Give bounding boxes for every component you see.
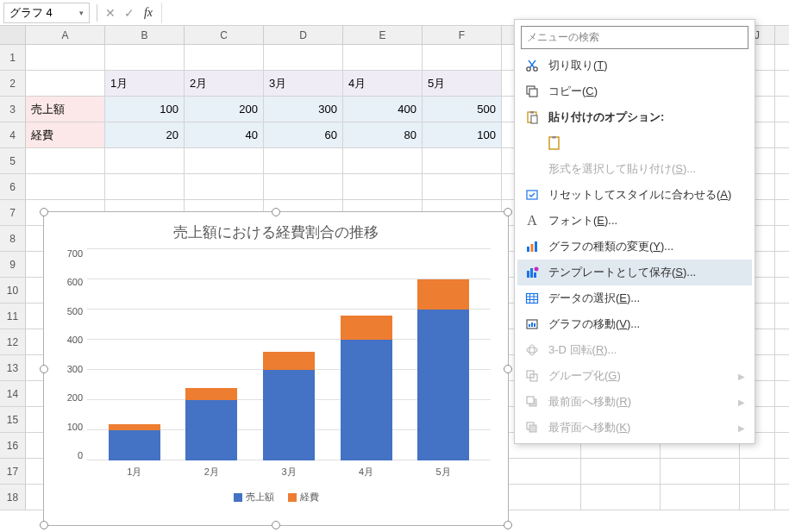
cell[interactable]: [264, 45, 343, 70]
cell[interactable]: [105, 45, 185, 70]
resize-handle[interactable]: [504, 365, 512, 373]
bar-group[interactable]: [109, 424, 160, 460]
row-header[interactable]: 15: [0, 407, 26, 432]
bar-segment[interactable]: [185, 388, 237, 400]
menu-item[interactable]: リセットしてスタイルに合わせる(A): [517, 182, 752, 208]
bar-segment[interactable]: [263, 352, 315, 370]
resize-handle[interactable]: [40, 365, 48, 373]
name-box[interactable]: グラフ 4 ▾: [3, 3, 90, 23]
cell[interactable]: [26, 174, 105, 199]
row-header[interactable]: 10: [0, 278, 26, 303]
row-header[interactable]: 11: [0, 304, 26, 329]
row-header[interactable]: 6: [0, 174, 26, 199]
select-all-corner[interactable]: [0, 26, 26, 44]
resize-handle[interactable]: [40, 208, 48, 216]
menu-item[interactable]: コピー(C): [517, 78, 752, 104]
column-header[interactable]: E: [343, 26, 423, 44]
cell[interactable]: 5月: [423, 71, 502, 96]
bar-group[interactable]: [341, 316, 392, 460]
cell[interactable]: 300: [264, 97, 343, 122]
cell[interactable]: 60: [264, 122, 343, 147]
cell[interactable]: 100: [423, 122, 502, 147]
cell[interactable]: [26, 148, 105, 173]
bar-segment[interactable]: [417, 310, 469, 460]
menu-item[interactable]: グラフの移動(V)...: [517, 311, 752, 337]
cell[interactable]: 400: [343, 97, 423, 122]
resize-handle[interactable]: [272, 521, 280, 529]
row-header[interactable]: 3: [0, 97, 26, 122]
chevron-down-icon[interactable]: ▾: [79, 9, 84, 17]
bar-segment[interactable]: [263, 370, 315, 460]
menu-item[interactable]: テンプレートとして保存(S)...: [517, 260, 752, 285]
chart-object[interactable]: 売上額における経費割合の推移 0100200300400500600700 1月…: [43, 211, 509, 526]
row-header[interactable]: 13: [0, 355, 26, 380]
cell[interactable]: [105, 174, 185, 199]
column-header[interactable]: B: [105, 26, 185, 44]
legend-item[interactable]: 経費: [288, 491, 319, 504]
cell[interactable]: 40: [185, 122, 264, 147]
row-header[interactable]: 7: [0, 200, 26, 225]
bar-segment[interactable]: [341, 340, 392, 460]
cell[interactable]: [105, 148, 185, 173]
cell[interactable]: [581, 459, 661, 484]
cell[interactable]: [502, 459, 581, 484]
menu-item[interactable]: データの選択(E)...: [517, 285, 752, 311]
row-header[interactable]: 4: [0, 122, 26, 147]
chart-title[interactable]: 売上額における経費割合の推移: [44, 212, 508, 249]
cell[interactable]: [343, 45, 423, 70]
cell[interactable]: 80: [343, 122, 423, 147]
cell[interactable]: [661, 459, 740, 484]
row-header[interactable]: 2: [0, 71, 26, 96]
row-header[interactable]: 16: [0, 433, 26, 458]
cell[interactable]: [185, 148, 264, 173]
resize-handle[interactable]: [272, 208, 280, 216]
cell[interactable]: [740, 459, 775, 484]
cell[interactable]: [502, 485, 581, 510]
resize-handle[interactable]: [504, 521, 512, 529]
cell[interactable]: [423, 174, 502, 199]
cell[interactable]: 20: [105, 122, 185, 147]
cell[interactable]: [740, 485, 775, 510]
cell[interactable]: [264, 148, 343, 173]
cell[interactable]: [264, 174, 343, 199]
cell[interactable]: [423, 148, 502, 173]
row-header[interactable]: 5: [0, 148, 26, 173]
bar-group[interactable]: [417, 279, 469, 460]
cell[interactable]: [581, 485, 661, 510]
resize-handle[interactable]: [40, 521, 48, 529]
column-header[interactable]: D: [264, 26, 343, 44]
cell[interactable]: 経費: [26, 122, 105, 147]
cell[interactable]: 3月: [264, 71, 343, 96]
row-header[interactable]: 8: [0, 226, 26, 251]
cell[interactable]: 2月: [185, 71, 264, 96]
cell[interactable]: [343, 148, 423, 173]
menu-search-input[interactable]: メニューの検索: [521, 26, 748, 49]
column-header[interactable]: C: [185, 26, 264, 44]
menu-item[interactable]: グラフの種類の変更(Y)...: [517, 234, 752, 260]
legend[interactable]: 売上額経費: [44, 491, 508, 504]
bar-segment[interactable]: [109, 430, 160, 460]
bar-group[interactable]: [185, 388, 237, 460]
bar-segment[interactable]: [341, 316, 392, 340]
cell[interactable]: [26, 71, 105, 96]
row-header[interactable]: 17: [0, 459, 26, 484]
cell[interactable]: [26, 45, 105, 70]
row-header[interactable]: 14: [0, 381, 26, 406]
column-header[interactable]: A: [26, 26, 105, 44]
menu-item[interactable]: 切り取り(T): [517, 53, 752, 78]
row-header[interactable]: 1: [0, 45, 26, 70]
bar-group[interactable]: [263, 352, 315, 460]
row-header[interactable]: 18: [0, 485, 26, 510]
row-header[interactable]: 12: [0, 329, 26, 354]
bar-segment[interactable]: [185, 400, 237, 460]
cell[interactable]: 売上額: [26, 97, 105, 122]
plot-area[interactable]: 0100200300400500600700: [87, 249, 491, 460]
cell[interactable]: [343, 174, 423, 199]
menu-item[interactable]: Aフォント(E)...: [517, 208, 752, 234]
bar-segment[interactable]: [109, 424, 160, 430]
bar-segment[interactable]: [417, 279, 469, 310]
cell[interactable]: 4月: [343, 71, 423, 96]
cell[interactable]: 100: [105, 97, 185, 122]
cell[interactable]: 1月: [105, 71, 185, 96]
cell[interactable]: [661, 485, 740, 510]
